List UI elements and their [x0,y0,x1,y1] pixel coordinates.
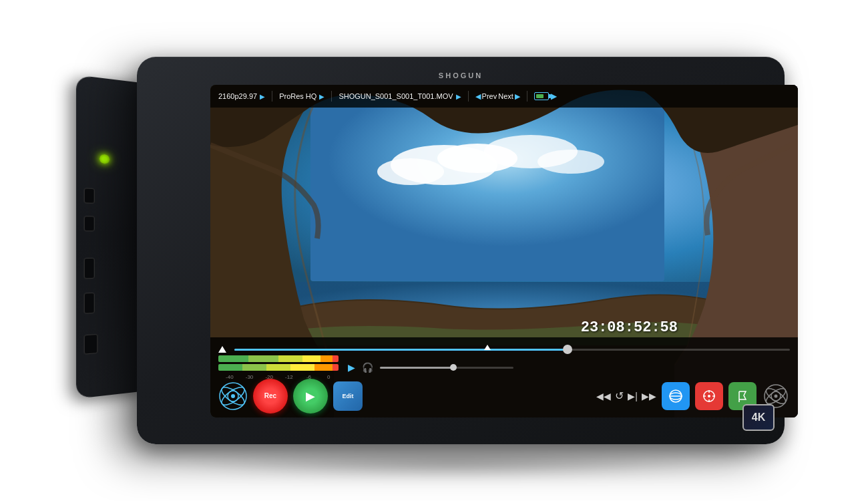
divider-4 [527,91,527,102]
vu-seg-orange [320,355,333,362]
rec-button[interactable]: Rec [253,379,288,413]
vu-seg-2-yellow-2 [290,364,314,371]
svg-point-5 [537,150,604,174]
svg-point-12 [231,394,235,398]
rec-label: Rec [264,392,276,399]
vu-meters: -40 -30 -20 -12 -6 0 [218,355,339,380]
top-bar: 2160p29.97 ▶ ProRes HQ ▶ SHOGUN_S001_S00… [210,85,798,108]
arrow-icon: ▶ [551,92,557,101]
svg-point-21 [708,395,710,397]
port-hdmi-2 [84,293,95,314]
step-forward-icon[interactable]: ▶| [628,391,638,401]
feature-btn-blue[interactable] [662,382,690,410]
divider-3 [468,91,469,102]
device: SHOGUN [83,43,785,458]
vu-meter-2 [218,364,339,371]
codec-chevron: ▶ [319,93,324,100]
vu-seg-yellow [278,355,302,362]
port-hdmi [84,258,95,279]
controls-bar: -40 -30 -20 -12 -6 0 ▶ 🎧 [210,337,798,418]
codec-value: ProRes HQ [279,92,316,100]
network-icon [668,389,683,403]
filename-value: SHOGUN_S001_S001_T001.MOV [339,92,453,100]
svg-point-3 [377,158,444,185]
volume-thumb [450,364,457,371]
crosshair-icon [702,389,716,403]
atomos-logo [218,381,248,411]
resolution-display: 2160p29.97 ▶ [218,92,265,100]
resolution-value: 2160p29.97 [218,92,257,100]
divider-1 [272,91,272,102]
volume-slider[interactable] [380,367,513,369]
divider-2 [331,91,332,102]
vu-seg-2-orange [314,364,333,371]
svg-rect-0 [310,108,664,281]
battery-tip [549,94,551,98]
transport-icons: ◀◀ ↺ ▶| ▶▶ [596,389,656,402]
device-shadow [150,451,751,478]
resolution-chevron: ▶ [260,93,265,100]
led-indicator [99,154,110,164]
codec-display: ProRes HQ ▶ [279,92,324,100]
screen: 2160p29.97 ▶ ProRes HQ ▶ SHOGUN_S001_S00… [210,85,798,418]
audio-row: -40 -30 -20 -12 -6 0 ▶ 🎧 [218,357,790,377]
volume-arrow: ▶ [348,362,355,373]
timeline-progress [234,349,568,351]
prev-label[interactable]: Prev [482,92,497,100]
play-icon: ▶ [306,389,315,403]
scene: SHOGUN [33,17,835,484]
vu-meter-1 [218,355,339,362]
badge-4k-label: 4K [752,411,765,424]
vu-seg-2-red [333,364,339,371]
vu-seg-green-2 [248,355,278,362]
next-label[interactable]: Next [498,92,513,100]
feature-btn-red[interactable] [695,382,723,410]
battery-icon [534,92,549,100]
battery-indicator: ▶ [534,92,557,101]
timeline-thumb[interactable] [563,345,572,354]
vu-seg-yellow-2 [302,355,320,362]
filename-display: SHOGUN_S001_S001_T001.MOV ▶ [339,92,461,100]
filename-chevron: ▶ [456,93,461,100]
vu-seg-red [333,355,339,362]
next-arrow: ▶ [515,92,520,101]
timeline-row [218,337,790,357]
fast-forward-icon[interactable]: ▶▶ [642,391,656,401]
port-2 [84,216,95,231]
battery-fill [536,94,544,98]
svg-point-27 [775,394,778,397]
flag-icon [735,389,750,403]
vu-seg-green-1 [218,355,248,362]
timecode-display: 23:08:52:58 [581,319,678,336]
device-body: SHOGUN [137,57,785,444]
in-point-marker [218,346,226,353]
rewind-icon[interactable]: ◀◀ [596,391,611,401]
port-usb [84,334,98,355]
brand-label: SHOGUN [439,71,483,79]
headphone-icon: 🎧 [362,362,373,373]
volume-fill [380,367,453,369]
edit-label: Edit [343,393,354,399]
prev-arrow: ◀ [475,92,481,101]
button-row: Rec ▶ Edit [218,377,790,414]
timeline-track[interactable] [234,349,790,351]
prev-next-controls: ◀ Prev Next ▶ [475,92,520,101]
vu-seg-2-green-2 [242,364,266,371]
vu-seg-2-yellow [266,364,290,371]
port-1 [84,188,95,204]
badge-4k: 4K [742,404,775,431]
timeline-in-point [484,345,491,350]
vu-seg-2-green-1 [218,364,242,371]
play-button[interactable]: ▶ [293,379,328,413]
edit-button[interactable]: Edit [333,381,363,411]
loop-icon[interactable]: ↺ [615,389,624,402]
